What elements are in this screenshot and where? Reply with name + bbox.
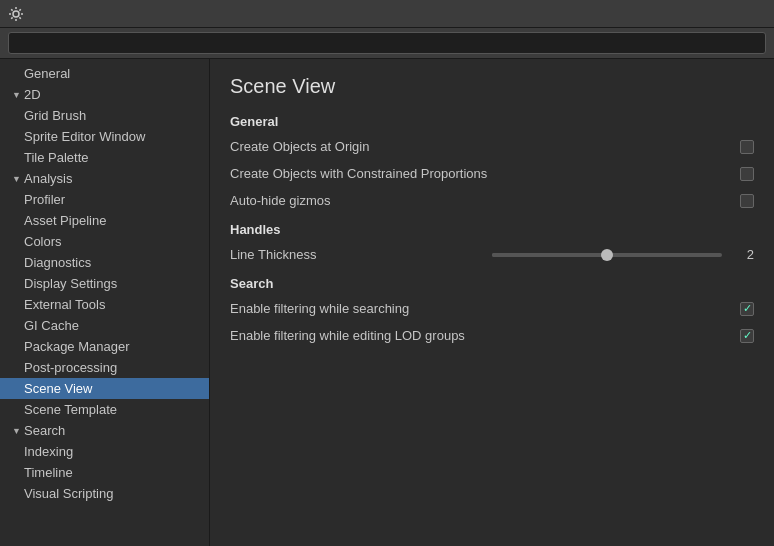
- sidebar-item-label: Tile Palette: [24, 150, 89, 165]
- checkbox-enable-filtering-lod[interactable]: [740, 329, 754, 343]
- setting-label-auto-hide-gizmos: Auto-hide gizmos: [230, 193, 740, 208]
- sidebar-item-label: 2D: [24, 87, 41, 102]
- sidebar-item-label: Indexing: [24, 444, 73, 459]
- sidebar: General▼2DGrid BrushSprite Editor Window…: [0, 59, 210, 546]
- checkbox-enable-filtering-searching[interactable]: [740, 302, 754, 316]
- slider-value-line-thickness: 2: [730, 247, 754, 262]
- sidebar-item-label: Analysis: [24, 171, 72, 186]
- sidebar-item-diagnostics[interactable]: Diagnostics: [0, 252, 209, 273]
- setting-label-enable-filtering-lod: Enable filtering while editing LOD group…: [230, 328, 740, 343]
- sidebar-item-label: Scene View: [24, 381, 92, 396]
- preferences-icon: [8, 6, 24, 22]
- top-search-input[interactable]: [8, 32, 766, 54]
- sidebar-item-label: Colors: [24, 234, 62, 249]
- sidebar-item-label: GI Cache: [24, 318, 79, 333]
- setting-label-create-objects-constrained: Create Objects with Constrained Proporti…: [230, 166, 740, 181]
- sidebar-item-external-tools[interactable]: External Tools: [0, 294, 209, 315]
- sidebar-item-label: Scene Template: [24, 402, 117, 417]
- sidebar-item-label: Profiler: [24, 192, 65, 207]
- sidebar-item-label: Search: [24, 423, 65, 438]
- sidebar-item-package-manager[interactable]: Package Manager: [0, 336, 209, 357]
- section-header-handles: Handles: [230, 222, 754, 237]
- sidebar-item-label: Timeline: [24, 465, 73, 480]
- main-layout: General▼2DGrid BrushSprite Editor Window…: [0, 59, 774, 546]
- slider-container-line-thickness: 2: [492, 247, 754, 262]
- setting-row-create-objects-at-origin: Create Objects at Origin: [230, 137, 754, 156]
- checkbox-create-objects-constrained[interactable]: [740, 167, 754, 181]
- sidebar-item-asset-pipeline[interactable]: Asset Pipeline: [0, 210, 209, 231]
- sidebar-item-timeline[interactable]: Timeline: [0, 462, 209, 483]
- sidebar-item-visual-scripting[interactable]: Visual Scripting: [0, 483, 209, 504]
- sidebar-item-label: Diagnostics: [24, 255, 91, 270]
- setting-label-enable-filtering-searching: Enable filtering while searching: [230, 301, 740, 316]
- sidebar-item-scene-template[interactable]: Scene Template: [0, 399, 209, 420]
- sidebar-item-label: Asset Pipeline: [24, 213, 106, 228]
- expand-arrow-icon: ▼: [12, 426, 22, 436]
- sidebar-item-label: Package Manager: [24, 339, 130, 354]
- setting-label-line-thickness: Line Thickness: [230, 247, 492, 262]
- sidebar-item-label: General: [24, 66, 70, 81]
- sidebar-item-display-settings[interactable]: Display Settings: [0, 273, 209, 294]
- expand-arrow-icon: ▼: [12, 90, 22, 100]
- sidebar-item-2d[interactable]: ▼2D: [0, 84, 209, 105]
- checkbox-auto-hide-gizmos[interactable]: [740, 194, 754, 208]
- page-title: Scene View: [230, 75, 754, 98]
- sidebar-item-label: Grid Brush: [24, 108, 86, 123]
- svg-point-0: [13, 11, 19, 17]
- checkbox-create-objects-at-origin[interactable]: [740, 140, 754, 154]
- sidebar-item-colors[interactable]: Colors: [0, 231, 209, 252]
- sidebar-item-label: Visual Scripting: [24, 486, 113, 501]
- sidebar-item-label: Post-processing: [24, 360, 117, 375]
- top-search-bar: [0, 28, 774, 59]
- setting-row-auto-hide-gizmos: Auto-hide gizmos: [230, 191, 754, 210]
- sidebar-item-scene-view[interactable]: Scene View: [0, 378, 209, 399]
- setting-row-create-objects-constrained: Create Objects with Constrained Proporti…: [230, 164, 754, 183]
- slider-thumb-line-thickness[interactable]: [601, 249, 613, 261]
- sidebar-item-sprite-editor-window[interactable]: Sprite Editor Window: [0, 126, 209, 147]
- slider-track-line-thickness[interactable]: [492, 253, 722, 257]
- sidebar-item-profiler[interactable]: Profiler: [0, 189, 209, 210]
- sidebar-item-post-processing[interactable]: Post-processing: [0, 357, 209, 378]
- sidebar-item-label: External Tools: [24, 297, 105, 312]
- setting-row-enable-filtering-searching: Enable filtering while searching: [230, 299, 754, 318]
- sidebar-item-analysis[interactable]: ▼Analysis: [0, 168, 209, 189]
- sidebar-item-search[interactable]: ▼Search: [0, 420, 209, 441]
- sidebar-item-general[interactable]: General: [0, 63, 209, 84]
- section-header-general: General: [230, 114, 754, 129]
- title-bar: [0, 0, 774, 28]
- setting-row-enable-filtering-lod: Enable filtering while editing LOD group…: [230, 326, 754, 345]
- sidebar-item-label: Display Settings: [24, 276, 117, 291]
- sidebar-item-gi-cache[interactable]: GI Cache: [0, 315, 209, 336]
- content-area: Scene ViewGeneralCreate Objects at Origi…: [210, 59, 774, 546]
- sidebar-item-tile-palette[interactable]: Tile Palette: [0, 147, 209, 168]
- setting-label-create-objects-at-origin: Create Objects at Origin: [230, 139, 740, 154]
- section-header-search: Search: [230, 276, 754, 291]
- sidebar-item-indexing[interactable]: Indexing: [0, 441, 209, 462]
- sidebar-item-label: Sprite Editor Window: [24, 129, 145, 144]
- setting-row-line-thickness: Line Thickness2: [230, 245, 754, 264]
- sidebar-item-grid-brush[interactable]: Grid Brush: [0, 105, 209, 126]
- slider-fill-line-thickness: [492, 253, 607, 257]
- expand-arrow-icon: ▼: [12, 174, 22, 184]
